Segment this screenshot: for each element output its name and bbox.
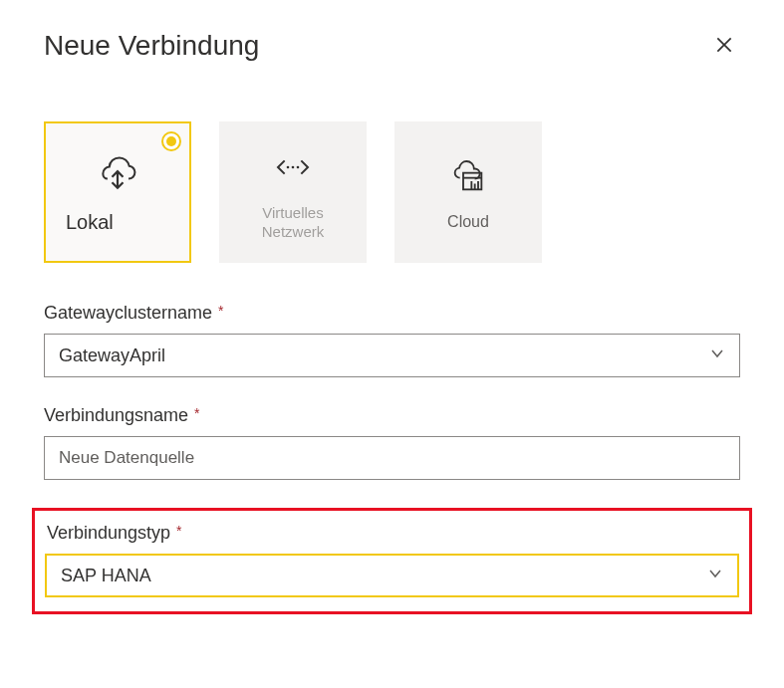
connection-type-tiles: Lokal Virtuelles Netzwerk Cloud <box>44 121 740 263</box>
required-asterisk: * <box>194 405 199 421</box>
connection-type-highlight: Verbindungstyp* SAP HANA <box>32 508 752 614</box>
tile-virtual-network[interactable]: Virtuelles Netzwerk <box>219 121 367 263</box>
chevron-down-icon <box>707 566 723 585</box>
close-button[interactable] <box>708 30 740 62</box>
cloud-data-icon <box>448 152 488 200</box>
radio-selected-icon <box>161 131 181 151</box>
tile-vnet-label: Virtuelles Netzwerk <box>229 203 357 242</box>
tile-local-label: Lokal <box>54 209 114 235</box>
gateway-cluster-label: Gatewayclustername* <box>44 303 740 324</box>
tile-cloud-label: Cloud <box>447 212 489 233</box>
svg-point-4 <box>292 165 295 168</box>
connection-type-label: Verbindungstyp* <box>47 523 739 544</box>
cloud-gateway-icon <box>96 149 139 197</box>
connection-name-label: Verbindungsname* <box>44 405 740 426</box>
chevron-down-icon <box>709 345 725 365</box>
page-title: Neue Verbindung <box>44 30 259 62</box>
gateway-cluster-dropdown[interactable]: GatewayApril <box>44 334 740 377</box>
tile-local[interactable]: Lokal <box>44 121 191 263</box>
connection-name-input[interactable] <box>44 436 740 480</box>
required-asterisk: * <box>176 523 181 539</box>
close-icon <box>714 35 734 58</box>
svg-point-3 <box>287 165 290 168</box>
connection-type-dropdown[interactable]: SAP HANA <box>45 554 739 597</box>
network-icon <box>273 143 313 191</box>
svg-point-5 <box>297 165 300 168</box>
tile-cloud[interactable]: Cloud <box>394 121 542 263</box>
connection-type-value: SAP HANA <box>61 566 151 586</box>
required-asterisk: * <box>218 303 223 319</box>
gateway-cluster-value: GatewayApril <box>59 345 165 366</box>
